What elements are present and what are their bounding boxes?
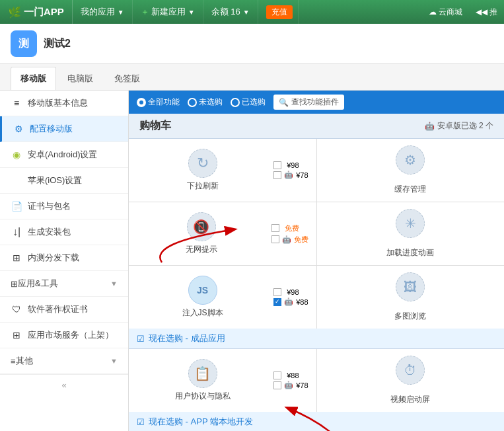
section1-grid: 📋 用户协议与隐私 ¥88 🤖 ¥78 <box>129 349 504 412</box>
plugin-grid-main: ↻ 下拉刷新 ¥98 🤖 ¥78 <box>129 139 504 329</box>
balance-label: 余额 16 <box>211 6 240 18</box>
sidebar-item-other[interactable]: ≡ 其他 ▼ <box>0 348 128 374</box>
user-agreement-icon: 📋 <box>188 359 217 388</box>
beta-icon: ⊞ <box>11 253 22 263</box>
brand[interactable]: 🌿 一门APP <box>0 0 73 24</box>
sidebar-item-ios[interactable]: 苹果(iOS)设置 <box>0 168 128 194</box>
ua-apple-price: ¥88 <box>287 372 299 379</box>
multi-browse-icon: 🖼 <box>396 272 425 301</box>
app-name: 测试2 <box>44 37 71 51</box>
sidebar-item-tools[interactable]: ⊞ 应用&工具 ▼ <box>0 271 128 297</box>
sidebar-item-basic-info[interactable]: ≡ 移动版基本信息 <box>0 91 128 116</box>
new-app-label: 新建应用 <box>151 6 186 18</box>
filter-all-radio <box>137 98 146 107</box>
filter-all-label: 全部功能 <box>148 97 180 108</box>
filter-all[interactable]: 全部功能 <box>137 97 180 108</box>
push-menu[interactable]: ◀◀ 推 <box>469 7 504 18</box>
sidebar-item-build[interactable]: ↓| 生成安装包 <box>0 219 128 245</box>
sidebar-item-android[interactable]: ◉ 安卓(Android)设置 <box>0 142 128 168</box>
my-apps-arrow: ▼ <box>118 9 124 16</box>
no-network-apple-check[interactable] <box>271 224 279 232</box>
inject-android-icon: 🤖 <box>284 297 293 306</box>
collapse-icon: « <box>61 380 66 390</box>
app-icon: 测 <box>11 30 37 57</box>
sidebar-item-beta[interactable]: ⊞ 内测分发下载 <box>0 245 128 271</box>
content-wrapper: 全部功能 未选购 已选购 🔍 查找功能插件 购物车 <box>129 91 504 431</box>
ua-android-icon: 🤖 <box>284 381 293 389</box>
sidebar-label-beta: 内测分发下载 <box>28 252 79 264</box>
user-agreement-pricing: ¥88 🤖 ¥78 <box>273 372 308 389</box>
other-arrow-icon: ▼ <box>110 357 118 365</box>
inject-js-apple-check[interactable] <box>273 288 281 296</box>
section2-check-icon: ☑ <box>137 417 145 427</box>
ua-android-check[interactable] <box>273 381 281 389</box>
no-network-pricing: 免费 🤖 免费 <box>271 223 308 245</box>
cloud-store[interactable]: ☁ 云商城 <box>422 7 469 18</box>
market-icon: ⊞ <box>11 330 22 340</box>
filter-search-label: 查找功能插件 <box>291 97 339 108</box>
tab-mobile-label: 移动版 <box>20 73 46 83</box>
pull-refresh-android-check[interactable] <box>273 171 281 179</box>
sidebar-label-copyright: 软件著作权证书 <box>28 303 88 315</box>
recharge-label: 充值 <box>266 5 293 19</box>
no-network-apple-price: 免费 <box>285 223 299 233</box>
push-label: 推 <box>489 7 497 18</box>
my-apps-menu[interactable]: 我的应用 ▼ <box>73 0 133 24</box>
sidebar-label-basic-info: 移动版基本信息 <box>28 97 88 109</box>
no-network-android-price: 免费 <box>294 235 308 245</box>
no-net-android-icon: 🤖 <box>282 235 291 244</box>
brand-label: 一门APP <box>24 6 64 19</box>
sidebar-label-android: 安卓(Android)设置 <box>28 149 97 161</box>
inject-js-android-check[interactable] <box>273 298 281 306</box>
balance-arrow: ▼ <box>243 9 250 16</box>
inject-js-name: 注入JS脚本 <box>182 307 223 319</box>
tab-bar: 移动版 电脑版 免签版 <box>0 64 504 91</box>
filter-search-btn[interactable]: 🔍 查找功能插件 <box>273 95 344 110</box>
section1-header: ☑ 现在选购 - 成品应用 <box>129 329 504 349</box>
filter-purchased-radio <box>231 98 240 107</box>
no-network-android-check[interactable] <box>271 235 279 243</box>
plus-icon: ＋ <box>141 6 149 18</box>
sidebar-item-config-mobile[interactable]: ⚙ 配置移动版 <box>0 116 128 142</box>
cart-header: 购物车 🤖 安卓版已选 2 个 <box>129 114 504 139</box>
tools-arrow-icon: ▼ <box>110 280 118 288</box>
sidebar-label-market: 应用市场服务（上架） <box>28 329 114 341</box>
sidebar-collapse-btn[interactable]: « <box>0 374 128 395</box>
balance-menu[interactable]: 余额 16 ▼ <box>203 0 258 24</box>
sidebar-item-copyright[interactable]: 🛡 软件著作权证书 <box>0 297 128 323</box>
recharge-btn[interactable]: 充值 <box>258 0 299 24</box>
plugin-card-user-agreement: 📋 用户协议与隐私 ¥88 🤖 ¥78 <box>129 349 316 412</box>
push-icon: ◀◀ <box>476 7 487 17</box>
sidebar-item-cert[interactable]: 📄 证书与包名 <box>0 194 128 219</box>
android-price-icon: 🤖 <box>284 171 293 179</box>
filter-purchased-label: 已选购 <box>242 97 266 108</box>
sidebar-item-market[interactable]: ⊞ 应用市场服务（上架） <box>0 323 128 348</box>
ua-android-price: ¥78 <box>296 381 308 389</box>
tab-sign-free[interactable]: 免签版 <box>104 67 150 90</box>
new-app-menu[interactable]: ＋ 新建应用 ▼ <box>133 0 203 24</box>
plugin-card-no-network: 📵 无网提示 免费 🤖 免费 <box>129 202 316 265</box>
cache-name: 缓存管理 <box>394 184 426 195</box>
inject-js-pricing: ¥98 🤖 ¥88 <box>273 288 308 306</box>
plugin-card-loading: ✳ 加载进度动画 <box>317 202 505 265</box>
ua-apple-check[interactable] <box>273 372 281 379</box>
tab-mobile[interactable]: 移动版 <box>11 67 56 90</box>
plugin-card-pull-refresh: ↻ 下拉刷新 ¥98 🤖 ¥78 <box>129 139 316 202</box>
content-area: 全部功能 未选购 已选购 🔍 查找功能插件 购物车 <box>129 91 504 431</box>
cart-title: 购物车 <box>139 119 171 133</box>
cart-status-text: 安卓版已选 2 个 <box>437 120 493 132</box>
tab-desktop[interactable]: 电脑版 <box>57 67 103 90</box>
section2-header: ☑ 现在选购 - APP 端本地开发 <box>129 412 504 431</box>
filter-purchased[interactable]: 已选购 <box>231 97 266 108</box>
filter-bar: 全部功能 未选购 已选购 🔍 查找功能插件 <box>129 91 504 114</box>
pull-refresh-apple-price: ¥98 <box>287 161 299 169</box>
tab-sign-free-label: 免签版 <box>114 73 140 83</box>
pull-refresh-android-price: ¥78 <box>296 171 308 179</box>
filter-unpurchased-radio <box>188 98 197 107</box>
pull-refresh-apple-check[interactable] <box>273 161 281 169</box>
cart-status: 🤖 安卓版已选 2 个 <box>425 120 493 132</box>
tab-desktop-label: 电脑版 <box>67 73 93 83</box>
new-app-arrow: ▼ <box>188 9 195 16</box>
filter-unpurchased[interactable]: 未选购 <box>188 97 223 108</box>
other-icon: ≡ <box>11 356 16 366</box>
